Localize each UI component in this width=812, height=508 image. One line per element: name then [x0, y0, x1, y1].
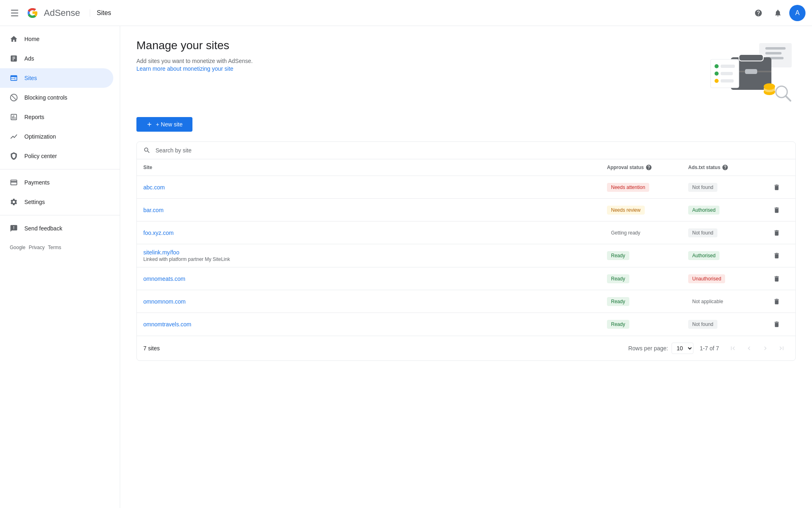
svg-rect-4: [765, 52, 782, 54]
ads-txt-badge: Not found: [688, 183, 717, 192]
svg-line-21: [786, 96, 790, 101]
sidebar-item-sites[interactable]: Sites: [0, 68, 113, 88]
approval-status-cell: Ready: [607, 251, 688, 260]
site-cell: foo.xyz.com: [143, 225, 607, 241]
sidebar-item-payments[interactable]: Payments: [0, 173, 113, 192]
site-cell: omnomtravels.com: [143, 316, 607, 332]
sidebar-item-settings[interactable]: Settings: [0, 192, 113, 212]
blocking-icon: [10, 93, 18, 102]
approval-help-icon[interactable]: [646, 164, 652, 171]
new-site-button[interactable]: + New site: [136, 117, 192, 132]
ads-txt-badge: Not found: [688, 320, 717, 329]
approval-badge: Needs attention: [607, 183, 649, 192]
sidebar-item-home[interactable]: Home: [0, 29, 113, 49]
delete-row-button[interactable]: [769, 203, 784, 217]
table-row: bar.com Needs review Authorised: [137, 199, 795, 221]
page-header: Manage your sites Add sites you want to …: [136, 39, 796, 104]
rows-per-page-select[interactable]: 10 25 50: [672, 343, 693, 354]
rows-per-page: Rows per page: 10 25 50: [628, 343, 693, 354]
site-link[interactable]: omnomeats.com: [143, 276, 607, 282]
table-footer: 7 sites Rows per page: 10 25 50 1-7 of 7: [137, 336, 795, 360]
site-link[interactable]: abc.com: [143, 184, 607, 191]
table-row: omnomtravels.com Ready Not found: [137, 313, 795, 336]
page-main-title: Manage your sites: [136, 39, 253, 52]
table-header: Site Approval status Ads.txt status: [137, 159, 795, 176]
hamburger-menu[interactable]: [6, 5, 23, 21]
sidebar-item-reports[interactable]: Reports: [0, 107, 113, 127]
sidebar: Home Ads Sites Blocking controls: [0, 26, 120, 508]
svg-rect-7: [739, 54, 763, 61]
sidebar-label-feedback: Send feedback: [24, 225, 62, 232]
page-header-text: Manage your sites Add sites you want to …: [136, 39, 253, 72]
table-rows: abc.com Needs attention Not found bar.co…: [137, 176, 795, 336]
sidebar-label-blocking: Blocking controls: [24, 94, 67, 101]
approval-status-cell: Ready: [607, 320, 688, 329]
prev-page-button[interactable]: [742, 341, 756, 356]
site-link[interactable]: bar.com: [143, 207, 607, 213]
approval-badge: Ready: [607, 297, 629, 306]
home-icon: [10, 35, 18, 43]
sidebar-item-optimization[interactable]: Optimization: [0, 127, 113, 146]
site-cell: bar.com: [143, 202, 607, 218]
delete-cell: [769, 271, 789, 286]
next-page-button[interactable]: [758, 341, 773, 356]
sidebar-item-send-feedback[interactable]: Send feedback: [0, 219, 113, 238]
help-button[interactable]: [750, 5, 767, 21]
ads-icon: [10, 54, 18, 63]
delete-row-button[interactable]: [769, 271, 784, 286]
delete-row-button[interactable]: [769, 248, 784, 263]
last-page-button[interactable]: [774, 341, 789, 356]
table-row: foo.xyz.com Getting ready Not found: [137, 221, 795, 244]
footer-privacy-link[interactable]: Privacy: [29, 245, 45, 250]
hero-illustration: [706, 39, 796, 104]
svg-point-15: [715, 79, 719, 83]
sidebar-item-ads[interactable]: Ads: [0, 49, 113, 68]
avatar[interactable]: A: [789, 5, 806, 21]
top-nav: AdSense Sites A: [0, 0, 812, 26]
delete-row-button[interactable]: [769, 294, 784, 309]
delete-row-button[interactable]: [769, 180, 784, 195]
approval-badge: Ready: [607, 274, 629, 283]
delete-cell: [769, 248, 789, 263]
sidebar-item-policy-center[interactable]: Policy center: [0, 146, 113, 166]
optimization-icon: [10, 132, 18, 141]
svg-rect-14: [721, 72, 733, 75]
ads-txt-cell: Not applicable: [688, 297, 769, 306]
sidebar-item-blocking-controls[interactable]: Blocking controls: [0, 88, 113, 107]
sidebar-label-home: Home: [24, 36, 39, 42]
table-row: abc.com Needs attention Not found: [137, 176, 795, 199]
site-link[interactable]: omnomtravels.com: [143, 321, 607, 328]
reports-icon: [10, 113, 18, 121]
first-page-button[interactable]: [726, 341, 740, 356]
pagination: Rows per page: 10 25 50 1-7 of 7: [628, 341, 789, 356]
svg-point-13: [715, 72, 719, 76]
delete-row-button[interactable]: [769, 226, 784, 240]
footer-terms-link[interactable]: Terms: [48, 245, 61, 250]
site-link[interactable]: sitelink.my/foo: [143, 249, 607, 256]
ads-txt-cell: Not found: [688, 320, 769, 329]
page-info: 1-7 of 7: [700, 345, 719, 352]
delete-row-button[interactable]: [769, 317, 784, 332]
delete-cell: [769, 317, 789, 332]
site-link[interactable]: foo.xyz.com: [143, 230, 607, 236]
svg-rect-16: [721, 79, 734, 82]
search-icon: [143, 147, 151, 154]
search-input[interactable]: [155, 147, 789, 154]
page-nav-buttons: [726, 341, 789, 356]
sidebar-label-optimization: Optimization: [24, 133, 56, 140]
nav-icons: A: [750, 5, 806, 21]
ads-txt-cell: Unauthorised: [688, 274, 769, 283]
main-content: Manage your sites Add sites you want to …: [120, 26, 812, 508]
page-subtitle: Add sites you want to monetize with AdSe…: [136, 57, 253, 65]
svg-rect-3: [765, 47, 786, 50]
learn-more-link[interactable]: Learn more about monetizing your site: [136, 65, 233, 72]
rows-per-page-label: Rows per page:: [628, 345, 668, 352]
ads-txt-cell: Authorised: [688, 206, 769, 215]
footer-brand: Google: [10, 245, 26, 250]
app-logo: AdSense: [24, 5, 80, 21]
notifications-button[interactable]: [770, 5, 786, 21]
col-header-ads-txt: Ads.txt status: [688, 164, 769, 171]
approval-status-cell: Ready: [607, 297, 688, 306]
site-link[interactable]: omnomnom.com: [143, 298, 607, 305]
ads-txt-help-icon[interactable]: [722, 164, 728, 171]
